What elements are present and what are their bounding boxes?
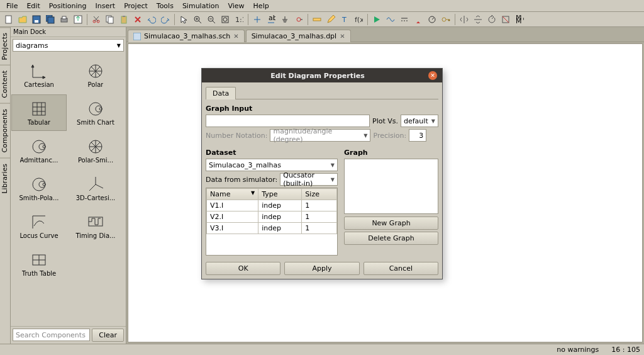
align-icon[interactable]: M↓M↑	[513, 13, 526, 26]
dataset-combo[interactable]: Simulacao_3_malhas▼	[206, 159, 338, 171]
palette-item-smith-pola-[interactable]: Smith-Pola...	[11, 170, 67, 206]
rotate-icon[interactable]	[486, 13, 498, 26]
close-icon[interactable]: ✕	[233, 33, 238, 40]
mirror-v-icon[interactable]	[472, 13, 484, 26]
statusbar: no warnings 16 : 105	[0, 344, 644, 355]
ruler-icon[interactable]	[311, 13, 323, 26]
tab-display[interactable]: Simulacao_3_malhas.dpl ✕	[246, 30, 351, 42]
smith-icon	[30, 176, 48, 193]
cursor-icon[interactable]	[177, 13, 190, 26]
ok-button[interactable]: OK	[206, 262, 280, 275]
wave-icon[interactable]	[384, 13, 397, 26]
plot-vs-combo[interactable]: default▼	[401, 115, 438, 127]
palette-item-tabular[interactable]: Tabular	[11, 94, 67, 131]
palette-item-3d-cartesi-[interactable]: 3D-Cartesi...	[68, 170, 123, 206]
zoomin-icon[interactable]	[191, 13, 204, 26]
activate-icon[interactable]	[499, 13, 512, 26]
menu-simulation[interactable]: Simulation	[179, 1, 223, 11]
svg-rect-0	[6, 16, 11, 23]
cut-icon[interactable]	[90, 13, 103, 26]
palette-label: Smith Chart	[77, 119, 114, 126]
clear-button[interactable]: Clear	[92, 329, 124, 342]
cancel-button[interactable]: Cancel	[364, 262, 438, 275]
number-notation-combo[interactable]: magnitude/angle (degree)▼	[270, 129, 370, 142]
port-icon[interactable]	[292, 13, 305, 26]
open-icon[interactable]	[16, 13, 29, 26]
pencil-icon[interactable]	[325, 13, 337, 26]
menu-edit[interactable]: Edit	[23, 1, 43, 11]
menu-insert[interactable]: Insert	[92, 1, 119, 11]
palette-label: Polar	[88, 81, 104, 88]
copy-icon[interactable]	[104, 13, 116, 26]
svg-point-25	[442, 18, 446, 21]
tab-schematic[interactable]: Simulacao_3_malhas.sch ✕	[128, 30, 245, 42]
palette-item-polar-smi-[interactable]: Polar-Smi...	[68, 132, 123, 169]
palette-item-truth-table[interactable]: Truth Table	[11, 245, 67, 282]
timing-icon	[87, 213, 104, 231]
redo-icon[interactable]	[159, 13, 172, 26]
apply-button[interactable]: Apply	[284, 262, 359, 275]
tune-icon[interactable]	[426, 13, 438, 26]
menu-positioning[interactable]: Positioning	[45, 1, 91, 11]
dataset-table[interactable]: Name▼ Type Size V1.Iindep1V2.Iindep1V3.I…	[206, 188, 338, 256]
mirror-icon[interactable]	[458, 13, 470, 26]
dc-icon[interactable]	[398, 13, 411, 26]
palette-item-timing-dia-[interactable]: Timing Dia...	[68, 208, 123, 244]
palette-item-smith-chart[interactable]: Smith Chart	[68, 94, 123, 131]
sidetab-libraries[interactable]: Libraries	[0, 158, 10, 199]
zoom1-icon[interactable]: 1:1	[233, 13, 245, 26]
palette-item-polar[interactable]: Polar	[68, 57, 123, 93]
svg-rect-11	[108, 17, 113, 23]
graph-input-field[interactable]	[206, 115, 370, 127]
search-input[interactable]: Search Components	[13, 329, 90, 341]
simulate-icon[interactable]	[370, 13, 383, 26]
undo-icon[interactable]	[145, 13, 158, 26]
menu-help[interactable]: Help	[250, 1, 273, 11]
polar-icon	[87, 138, 104, 155]
new-icon[interactable]	[3, 13, 15, 26]
chevron-down-icon: ▼	[117, 43, 121, 48]
marker-icon[interactable]	[412, 13, 425, 26]
tab-data[interactable]: Data	[206, 87, 236, 99]
ground-icon[interactable]	[279, 13, 291, 26]
wire-icon[interactable]	[251, 13, 264, 26]
zoomout-icon[interactable]	[205, 13, 218, 26]
export-icon[interactable]	[72, 13, 84, 26]
svg-rect-2	[35, 20, 38, 23]
wirelabel-icon[interactable]: ab	[265, 13, 277, 26]
table-row[interactable]: V3.Iindep1	[207, 223, 337, 234]
diagram-type-combo[interactable]: diagrams ▼	[13, 39, 124, 52]
text-icon[interactable]: T	[338, 13, 351, 26]
precision-field[interactable]	[409, 129, 426, 142]
key-icon[interactable]	[440, 13, 452, 26]
save-icon[interactable]	[30, 13, 43, 26]
dock-title: Main Dock	[11, 27, 126, 37]
zoomfit-icon[interactable]	[219, 13, 231, 26]
delete-graph-button[interactable]: Delete Graph	[344, 232, 438, 245]
simulator-combo[interactable]: Qucsator (built-in)▼	[280, 173, 338, 186]
paste-icon[interactable]	[118, 13, 130, 26]
table-row[interactable]: V1.Iindep1	[207, 200, 337, 211]
menu-project[interactable]: Project	[120, 1, 152, 11]
sidetab-components[interactable]: Components	[0, 103, 10, 158]
print-icon[interactable]	[58, 13, 70, 26]
sidetab-content[interactable]: Content	[0, 65, 10, 103]
status-position: 16 : 105	[611, 346, 640, 354]
equation-icon[interactable]: f(x)	[352, 13, 365, 26]
close-icon[interactable]: ✕	[340, 33, 345, 40]
table-row[interactable]: V2.Iindep1	[207, 211, 337, 223]
palette-item-locus-curve[interactable]: Locus Curve	[11, 208, 67, 244]
palette-item-cartesian[interactable]: Cartesian	[11, 57, 67, 93]
menu-tools[interactable]: Tools	[153, 1, 177, 11]
sidetab-projects[interactable]: Projects	[0, 27, 10, 65]
graph-list[interactable]	[344, 159, 438, 214]
delete-icon[interactable]	[131, 13, 144, 26]
close-icon[interactable]: ✕	[428, 71, 437, 80]
new-graph-button[interactable]: New Graph	[344, 217, 438, 230]
menu-file[interactable]: File	[3, 1, 21, 11]
axes-icon	[30, 62, 48, 80]
palette-item-admittanc-[interactable]: Admittanc...	[11, 132, 67, 169]
menu-view[interactable]: View	[224, 1, 248, 11]
palette-label: Admittanc...	[20, 157, 58, 164]
saveall-icon[interactable]	[44, 13, 57, 26]
